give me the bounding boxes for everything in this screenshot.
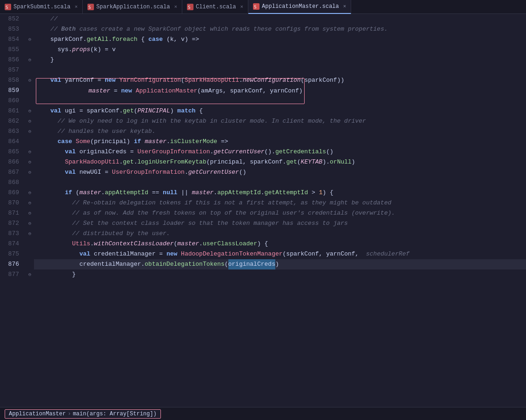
gutter-877[interactable]: ⊖ [26, 269, 34, 280]
code-container: 852 853 854 855 856 857 858 859 860 861 … [0, 14, 526, 407]
ln-871: 871 [0, 208, 22, 218]
code-line-862: // We only need to log in with the keyta… [34, 116, 526, 126]
ln-862: 862 [0, 116, 22, 126]
code-line-873: // distributed by the user. [34, 229, 526, 239]
code-line-866: SparkHadoopUtil.get.loginUserFromKeytab(… [34, 157, 526, 167]
editor-area: 852 853 854 855 856 857 858 859 860 861 … [0, 14, 526, 407]
svg-text:S: S [6, 5, 8, 10]
line-numbers: 852 853 854 855 856 857 858 859 860 861 … [0, 14, 26, 407]
code-line-870: // Re-obtain delegation tokens if this i… [34, 198, 526, 208]
breadcrumb-class: ApplicationMaster [9, 411, 66, 417]
code-line-876: credentialManager.obtainDelegationTokens… [34, 259, 526, 269]
gutter-861[interactable]: ⊖ [26, 106, 34, 116]
tab-label-3: Client.scala [196, 4, 236, 10]
ln-855: 855 [0, 45, 22, 55]
breadcrumb-separator: › [67, 411, 71, 417]
code-line-874: Utils.withContextClassLoader(master.user… [34, 239, 526, 249]
gutter-865[interactable]: ⊖ [26, 147, 34, 157]
scala-icon: S [5, 4, 11, 10]
code-line-854: sparkConf.getAll.foreach { case (k, v) =… [34, 34, 526, 45]
ln-858: 858 [0, 75, 22, 85]
gutter-859 [26, 85, 34, 96]
svg-text:S: S [88, 5, 91, 10]
tab-label-4: ApplicationMaster.scala [262, 3, 339, 10]
gutter-875 [26, 249, 34, 259]
code-line-867: val newUGI = UserGroupInformation.getCur… [34, 167, 526, 177]
gutter-870[interactable]: ⊖ [26, 198, 34, 208]
status-bar: ApplicationMaster › main(args: Array[Str… [0, 407, 526, 420]
code-line-871: // as of now. Add the fresh tokens on to… [34, 208, 526, 218]
ln-865: 865 [0, 147, 22, 157]
tab-label: SparkSubmit.scala [13, 4, 70, 10]
ln-861: 861 [0, 106, 22, 116]
ln-864: 864 [0, 137, 22, 147]
tab-close-button-2[interactable]: × [174, 4, 177, 10]
ln-870: 870 [0, 198, 22, 208]
tab-close-button-3[interactable]: × [240, 4, 244, 10]
code-line-877: } [34, 269, 526, 280]
breadcrumb[interactable]: ApplicationMaster › main(args: Array[Str… [5, 409, 161, 419]
ln-863: 863 [0, 126, 22, 137]
code-line-853: // Both cases create a new SparkConf obj… [34, 24, 526, 34]
gutter-858[interactable]: ⊖ [26, 75, 34, 85]
ln-856: 856 [0, 55, 22, 65]
gutter-864 [26, 137, 34, 147]
svg-text:S: S [254, 5, 256, 9]
selected-text: originalCreds [228, 259, 275, 269]
gutter-872[interactable]: ⊖ [26, 218, 34, 229]
gutter-863[interactable]: ⊖ [26, 126, 34, 137]
gutter-867[interactable]: ⊖ [26, 167, 34, 177]
ln-877: 877 [0, 269, 22, 280]
gutter-852 [26, 14, 34, 24]
code-area[interactable]: // // Both cases create a new SparkConf … [34, 14, 526, 407]
scala-icon-3: S [187, 4, 193, 10]
ln-867: 867 [0, 167, 22, 177]
ln-873: 873 [0, 229, 22, 239]
ln-869: 869 [0, 188, 22, 198]
gutter-855 [26, 45, 34, 55]
gutter: ⊖ ⊖ ⊖ ⊖ ⊖ ⊖ ⊖ ⊖ ⊖ ⊖ ⊖ ⊖ ⊖ ⊖ ⊖ [26, 14, 34, 407]
ln-860: 860 [0, 96, 22, 106]
code-line-869: if (master.appAttemptId == null || maste… [34, 188, 526, 198]
gutter-854[interactable]: ⊖ [26, 34, 34, 45]
ln-857: 857 [0, 65, 22, 75]
gutter-853 [26, 24, 34, 34]
tab-close-button[interactable]: × [74, 4, 78, 10]
gutter-873[interactable]: ⊖ [26, 229, 34, 239]
tab-client[interactable]: S Client.scala × [182, 0, 248, 14]
tab-bar: S SparkSubmit.scala × S SparkApplication… [0, 0, 526, 14]
ln-876: 876 [0, 259, 22, 269]
gutter-856[interactable]: ⊖ [26, 55, 34, 65]
code-line-868 [34, 177, 526, 188]
breadcrumb-method: main(args: Array[String]) [73, 411, 157, 417]
code-line-857 [34, 65, 526, 75]
scala-icon-4: S [253, 3, 260, 10]
ln-874: 874 [0, 239, 22, 249]
ln-868: 868 [0, 177, 22, 188]
svg-text:S: S [188, 5, 190, 10]
code-line-863: // handles the user keytab. [34, 126, 526, 137]
tab-sparksubmit[interactable]: S SparkSubmit.scala × [0, 0, 83, 14]
gutter-866[interactable]: ⊖ [26, 157, 34, 167]
tab-close-button-4[interactable]: × [343, 4, 346, 9]
scala-icon-2: S [87, 4, 94, 10]
code-line-865: val originalCreds = UserGroupInformation… [34, 147, 526, 157]
gutter-862[interactable]: ⊖ [26, 116, 34, 126]
ln-853: 853 [0, 24, 22, 34]
gutter-868 [26, 177, 34, 188]
gutter-869[interactable]: ⊖ [26, 188, 34, 198]
code-line-856: } [34, 55, 526, 65]
gutter-871[interactable]: ⊖ [26, 208, 34, 218]
code-line-875: val credentialManager = new HadoopDelega… [34, 249, 526, 259]
ln-872: 872 [0, 218, 22, 229]
tab-sparkapplication[interactable]: S SparkApplication.scala × [83, 0, 182, 14]
tab-applicationmaster[interactable]: S ApplicationMaster.scala × [248, 0, 351, 14]
boxed-expression: master = new ApplicationMaster(amArgs, s… [36, 78, 305, 104]
ln-852: 852 [0, 14, 22, 24]
code-line-872: // Set the context class loader so that … [34, 218, 526, 229]
ln-875: 875 [0, 249, 22, 259]
gutter-857 [26, 65, 34, 75]
gutter-874 [26, 239, 34, 249]
code-line-861: val ugi = sparkConf.get(PRINCIPAL) match… [34, 106, 526, 116]
code-line-864: case Some(principal) if master.isCluster… [34, 137, 526, 147]
